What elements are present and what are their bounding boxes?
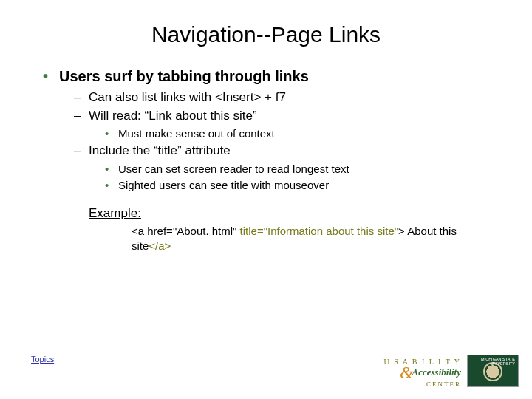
bullet-l3: Must make sense out of context [37, 126, 495, 141]
usability-accessibility-logo: U S A B I L I T Y &Accessibility CENTER [383, 358, 461, 387]
code-seg: </a> [149, 239, 171, 252]
logo-text: Accessibility [412, 367, 461, 378]
code-seg: <a href="About. html" [132, 225, 240, 237]
bullet-l1: Users surf by tabbing through links [37, 68, 495, 85]
footer-logos: U S A B I L I T Y &Accessibility CENTER … [383, 355, 519, 387]
example-label: Example: [89, 206, 495, 221]
bullet-l3: Sighted users can see title with mouseov… [37, 178, 495, 193]
topics-link[interactable]: Topics [31, 355, 54, 364]
logo-text: CENTER [383, 381, 461, 387]
code-highlight: title="Information about this site" [240, 225, 399, 237]
bullet-l2: Will read: “Link about this site” [37, 108, 495, 124]
bullet-l3: User can set screen reader to read longe… [37, 162, 495, 177]
example-code: <a href="About. html" title="Information… [132, 224, 473, 253]
slide-title: Navigation--Page Links [37, 22, 495, 47]
bullet-l2: Can also list links with <Insert> + f7 [37, 89, 495, 106]
bullet-l2: Include the “title” attribute [37, 143, 495, 159]
logo-text: U S A B I L I T Y [383, 358, 461, 365]
slide-body: Navigation--Page Links Users surf by tab… [0, 0, 532, 267]
bullet-list: Users surf by tabbing through links Can … [37, 68, 495, 193]
msu-logo: MICHIGAN STATEUNIVERSITY [467, 355, 519, 387]
